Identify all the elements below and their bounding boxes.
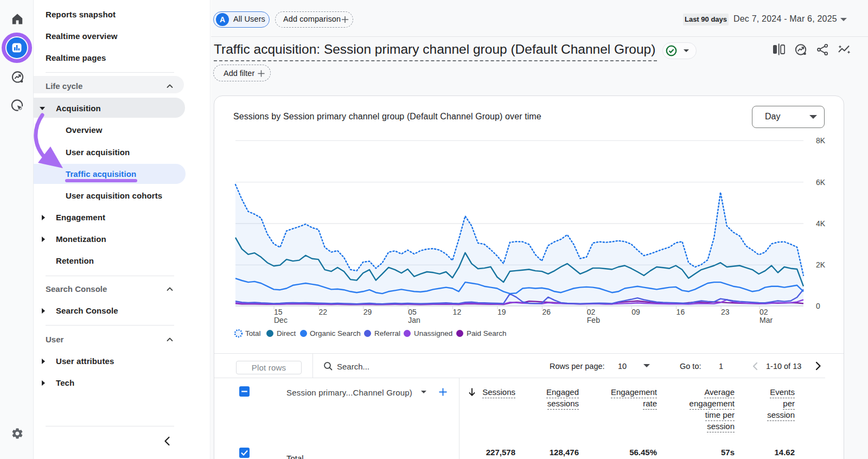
svg-text:Dec: Dec: [274, 316, 288, 324]
svg-text:Mar: Mar: [760, 316, 773, 324]
svg-text:2K: 2K: [816, 260, 826, 269]
svg-text:22: 22: [318, 308, 327, 316]
svg-text:29: 29: [363, 308, 372, 316]
svg-text:19: 19: [497, 308, 506, 316]
svg-text:16: 16: [676, 308, 685, 316]
svg-text:26: 26: [542, 308, 551, 316]
svg-text:05: 05: [408, 308, 417, 316]
svg-text:02: 02: [760, 308, 768, 316]
svg-text:Jan: Jan: [408, 316, 420, 324]
svg-text:09: 09: [631, 308, 640, 316]
svg-text:23: 23: [721, 308, 730, 316]
svg-text:12: 12: [453, 308, 462, 316]
svg-text:0: 0: [816, 302, 820, 310]
svg-text:8K: 8K: [816, 136, 826, 145]
svg-text:6K: 6K: [816, 178, 826, 187]
svg-text:15: 15: [274, 308, 283, 316]
svg-text:02: 02: [587, 308, 596, 316]
svg-text:4K: 4K: [816, 219, 826, 228]
svg-text:Feb: Feb: [587, 316, 600, 324]
